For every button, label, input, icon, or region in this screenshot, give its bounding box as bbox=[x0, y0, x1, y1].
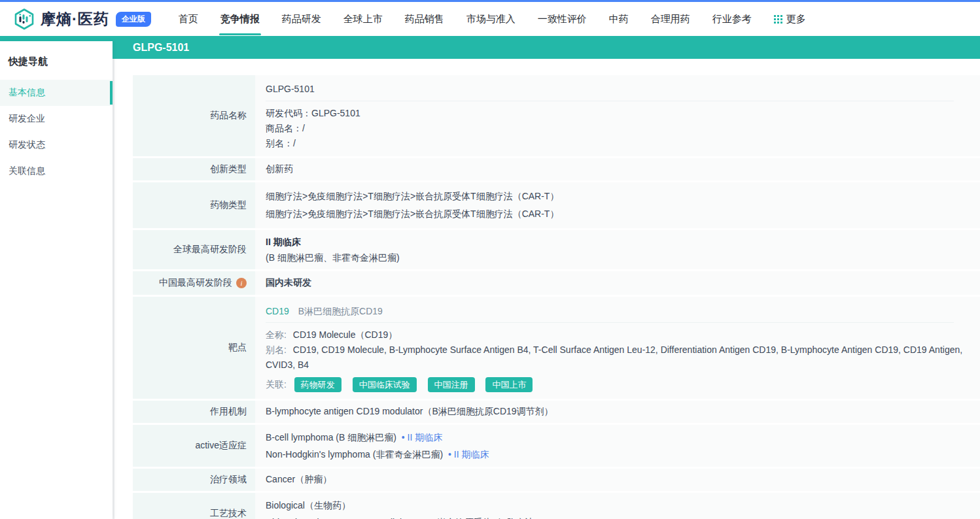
target-full-value: CD19 Molecule（CD19） bbox=[293, 329, 398, 340]
nav-item-consistency-eval[interactable]: 一致性评价 bbox=[538, 13, 587, 25]
row-value: GLPG-5101 研发代码：GLPG-5101 商品名：/ 别名：/ bbox=[255, 75, 980, 156]
row-active-indications: active适应症 B-cell lymphoma (B 细胞淋巴瘤) • II… bbox=[133, 425, 980, 467]
logo-text: 摩熵·医药 bbox=[41, 9, 109, 29]
sidebar-item-rd-status[interactable]: 研发状态 bbox=[0, 132, 113, 158]
trade-name-line: 商品名：/ bbox=[266, 121, 967, 136]
edition-badge: 企业版 bbox=[116, 12, 151, 27]
row-china-stage: 中国最高研发阶段 i 国内未研发 bbox=[133, 271, 980, 295]
page-title: GLPG-5101 bbox=[0, 36, 980, 59]
tag-drug-rd[interactable]: 药物研发 bbox=[294, 377, 341, 392]
row-label: 创新类型 bbox=[133, 158, 255, 180]
row-label: 中国最高研发阶段 i bbox=[133, 271, 255, 295]
nav-item-market-access[interactable]: 市场与准入 bbox=[466, 13, 516, 25]
target-code-desc: B淋巴细胞抗原CD19 bbox=[298, 306, 383, 316]
row-value: 创新药 bbox=[255, 158, 980, 180]
indication-item: B-cell lymphoma (B 细胞淋巴瘤) • II 期临床 bbox=[266, 429, 967, 446]
tag-china-launch[interactable]: 中国上市 bbox=[485, 377, 533, 392]
nav-item-competitive-intel[interactable]: 竞争情报 bbox=[220, 13, 260, 25]
nav-item-home[interactable]: 首页 bbox=[179, 13, 198, 25]
row-label: 作用机制 bbox=[133, 401, 255, 423]
nav-item-tcm[interactable]: 中药 bbox=[609, 13, 629, 25]
row-technology: 工艺技术 Biological（生物药） Chimeric antigen re… bbox=[133, 493, 980, 519]
drug-type-line: 细胞疗法>免疫细胞疗法>T细胞疗法>嵌合抗原受体T细胞疗法（CAR-T） bbox=[266, 205, 967, 223]
row-global-stage: 全球最高研发阶段 II 期临床 (B 细胞淋巴瘤、非霍奇金淋巴瘤) bbox=[133, 230, 980, 269]
row-value: 细胞疗法>免疫细胞疗法>T细胞疗法>嵌合抗原受体T细胞疗法（CAR-T） 细胞疗… bbox=[255, 182, 980, 228]
quick-nav-sidebar: 快捷导航 基本信息 研发企业 研发状态 关联信息 bbox=[0, 41, 113, 519]
mechanism-value: B-lymphocyte antigen CD19 modulator（B淋巴细… bbox=[255, 401, 980, 423]
row-label: 靶点 bbox=[133, 297, 255, 399]
apps-grid-icon bbox=[774, 15, 782, 24]
divider bbox=[266, 101, 954, 101]
nav-more-label: 更多 bbox=[786, 13, 806, 25]
alias-line: 别名：/ bbox=[266, 136, 967, 151]
nav-item-drug-rd[interactable]: 药品研发 bbox=[282, 13, 321, 25]
dev-code-line: 研发代码：GLPG-5101 bbox=[266, 106, 967, 121]
sidebar-item-label: 关联信息 bbox=[9, 165, 45, 177]
row-label: active适应症 bbox=[133, 425, 255, 467]
logo-icon bbox=[13, 8, 35, 30]
target-code-link[interactable]: CD19 bbox=[266, 306, 289, 316]
logo[interactable]: 摩熵·医药 企业版 bbox=[13, 8, 151, 30]
divider bbox=[266, 322, 954, 323]
nav-item-industry-ref[interactable]: 行业参考 bbox=[712, 13, 752, 25]
target-alias-value: CD19, CD19 Molecule, B-Lymphocyte Surfac… bbox=[266, 344, 962, 370]
china-stage-label: 中国最高研发阶段 bbox=[159, 277, 232, 289]
top-nav: 摩熵·医药 企业版 首页 竞争情报 药品研发 全球上市 药品销售 市场与准入 一… bbox=[0, 2, 980, 36]
row-value: B-cell lymphoma (B 细胞淋巴瘤) • II 期临床 Non-H… bbox=[255, 425, 980, 467]
nav-items: 首页 竞争情报 药品研发 全球上市 药品销售 市场与准入 一致性评价 中药 合理… bbox=[179, 13, 752, 25]
row-mechanism: 作用机制 B-lymphocyte antigen CD19 modulator… bbox=[133, 401, 980, 423]
row-drug-name: 药品名称 GLPG-5101 研发代码：GLPG-5101 商品名：/ 别名：/ bbox=[133, 75, 980, 156]
main-content: 药品名称 GLPG-5101 研发代码：GLPG-5101 商品名：/ 别名：/… bbox=[114, 59, 980, 519]
target-alias-label: 别名: bbox=[266, 344, 287, 355]
info-icon[interactable]: i bbox=[236, 278, 247, 288]
tag-china-registration[interactable]: 中国注册 bbox=[428, 377, 475, 392]
sidebar-title: 快捷导航 bbox=[0, 50, 113, 80]
page-header-bar: GLPG-5101 bbox=[0, 36, 980, 59]
sidebar-item-label: 基本信息 bbox=[9, 87, 45, 99]
row-label: 药物类型 bbox=[133, 182, 255, 228]
row-label: 全球最高研发阶段 bbox=[133, 230, 255, 269]
row-label: 药品名称 bbox=[133, 75, 255, 156]
tag-china-clinical-trial[interactable]: 中国临床试验 bbox=[353, 377, 417, 392]
row-drug-type: 药物类型 细胞疗法>免疫细胞疗法>T细胞疗法>嵌合抗原受体T细胞疗法（CAR-T… bbox=[133, 182, 980, 228]
indication-stage-link[interactable]: • II 期临床 bbox=[448, 449, 489, 460]
row-value: II 期临床 (B 细胞淋巴瘤、非霍奇金淋巴瘤) bbox=[255, 230, 980, 269]
nav-item-rational-use[interactable]: 合理用药 bbox=[651, 13, 690, 25]
indication-stage-link[interactable]: • II 期临床 bbox=[402, 432, 442, 443]
sidebar-item-label: 研发状态 bbox=[9, 139, 45, 151]
china-stage-value: 国内未研发 bbox=[255, 271, 980, 295]
global-stage-detail: (B 细胞淋巴瘤、非霍奇金淋巴瘤) bbox=[266, 250, 967, 265]
target-assoc-label: 关联: bbox=[266, 379, 287, 390]
row-therapy-area: 治疗领域 Cancer（肿瘤） bbox=[133, 469, 980, 491]
sidebar-item-label: 研发企业 bbox=[9, 113, 45, 125]
sidebar-item-rd-company[interactable]: 研发企业 bbox=[0, 106, 113, 132]
row-value: Biological（生物药） Chimeric antigen recepto… bbox=[255, 493, 980, 519]
technology-line: Chimeric antigen receptor T cell therapy… bbox=[266, 514, 967, 519]
technology-line: Biological（生物药） bbox=[266, 497, 967, 514]
row-value: CD19 B淋巴细胞抗原CD19 全称: CD19 Molecule（CD19）… bbox=[255, 297, 980, 399]
indication-item: Non-Hodgkin's lymphoma (非霍奇金淋巴瘤) • II 期临… bbox=[266, 446, 967, 463]
therapy-area-value: Cancer（肿瘤） bbox=[255, 469, 980, 491]
sidebar-item-related-info[interactable]: 关联信息 bbox=[0, 158, 113, 184]
indication-text: Non-Hodgkin's lymphoma (非霍奇金淋巴瘤) bbox=[266, 449, 443, 460]
indication-text: B-cell lymphoma (B 细胞淋巴瘤) bbox=[266, 432, 396, 443]
drug-name-primary: GLPG-5101 bbox=[266, 80, 967, 97]
nav-more[interactable]: 更多 bbox=[774, 13, 806, 25]
row-target: 靶点 CD19 B淋巴细胞抗原CD19 全称: CD19 Molecule（CD… bbox=[133, 297, 980, 399]
nav-item-global-launch[interactable]: 全球上市 bbox=[343, 13, 383, 25]
row-innovation-type: 创新类型 创新药 bbox=[133, 158, 980, 180]
sidebar-item-basic-info[interactable]: 基本信息 bbox=[0, 80, 113, 106]
nav-item-drug-sales[interactable]: 药品销售 bbox=[405, 13, 444, 25]
row-label: 工艺技术 bbox=[133, 493, 255, 519]
row-label: 治疗领域 bbox=[133, 469, 255, 491]
target-full-label: 全称: bbox=[266, 329, 287, 340]
drug-type-line: 细胞疗法>免疫细胞疗法>T细胞疗法>嵌合抗原受体T细胞疗法（CAR-T） bbox=[266, 188, 967, 205]
global-stage-value: II 期临床 bbox=[266, 234, 967, 250]
top-accent-line bbox=[0, 0, 980, 2]
